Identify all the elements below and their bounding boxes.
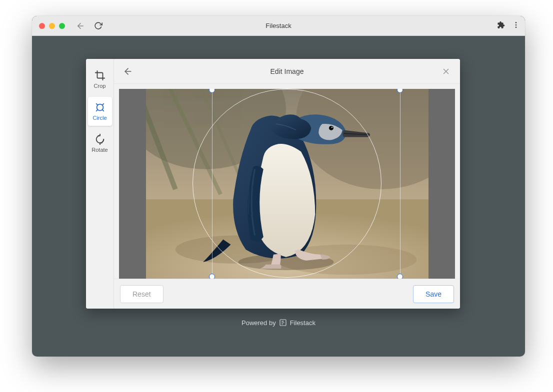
tool-rotate-label: Rotate — [92, 147, 108, 153]
powered-by: Powered by Filestack — [56, 319, 501, 327]
tool-sidebar: Crop Circle Rotate — [86, 59, 114, 309]
svg-line-6 — [102, 104, 104, 105]
save-button[interactable]: Save — [413, 285, 454, 303]
crop-guide-left — [212, 89, 212, 279]
close-window-button[interactable] — [39, 23, 45, 29]
penguin-image — [146, 89, 428, 279]
nav-buttons — [76, 21, 102, 30]
minimize-window-button[interactable] — [49, 23, 55, 29]
back-button[interactable] — [121, 64, 135, 78]
svg-line-5 — [96, 104, 98, 105]
svg-point-3 — [516, 26, 517, 28]
back-arrow-icon[interactable] — [76, 21, 85, 30]
image-editor: Crop Circle Rotate Edit Image — [86, 59, 460, 309]
filestack-logo-icon — [279, 319, 287, 327]
crop-icon — [94, 70, 106, 81]
tool-rotate[interactable]: Rotate — [88, 129, 112, 158]
crop-handle-bottom-right[interactable] — [397, 274, 403, 279]
extensions-icon[interactable] — [497, 21, 505, 31]
tool-crop-label: Crop — [94, 83, 106, 89]
svg-point-20 — [331, 127, 332, 128]
close-icon — [442, 67, 450, 76]
maximize-window-button[interactable] — [59, 23, 65, 29]
powered-brand: Filestack — [290, 319, 316, 327]
tool-crop[interactable]: Crop — [88, 65, 112, 94]
editor-main: Edit Image — [114, 59, 460, 309]
svg-point-19 — [328, 126, 333, 130]
tool-circle-label: Circle — [92, 115, 106, 121]
canvas[interactable] — [119, 89, 455, 279]
window-controls — [32, 23, 65, 29]
save-button-label: Save — [426, 290, 442, 298]
image-area[interactable] — [146, 89, 428, 279]
reset-button[interactable]: Reset — [120, 285, 164, 303]
powered-prefix: Powered by — [242, 319, 276, 327]
circle-crop-icon — [94, 102, 106, 113]
menu-dots-icon[interactable] — [512, 21, 520, 31]
tool-circle[interactable]: Circle — [88, 97, 112, 126]
svg-point-1 — [516, 22, 517, 23]
browser-window: Filestack Crop Circle — [32, 16, 525, 357]
close-button[interactable] — [439, 64, 453, 78]
arrow-left-icon — [123, 66, 133, 76]
window-title: Filestack — [32, 22, 525, 29]
rotate-icon — [94, 134, 106, 145]
editor-title: Edit Image — [114, 67, 460, 75]
crop-guide-right — [400, 89, 400, 279]
crop-handle-bottom-left[interactable] — [209, 274, 215, 279]
titlebar: Filestack — [32, 16, 525, 36]
svg-line-8 — [102, 110, 104, 111]
editor-header: Edit Image — [114, 59, 460, 84]
reload-icon[interactable] — [94, 21, 102, 30]
editor-footer: Reset Save — [114, 279, 460, 309]
content-area: Crop Circle Rotate Edit Image — [32, 36, 525, 357]
svg-line-7 — [96, 110, 98, 111]
reset-button-label: Reset — [132, 290, 151, 298]
svg-point-2 — [516, 24, 517, 25]
canvas-wrap — [114, 84, 460, 279]
